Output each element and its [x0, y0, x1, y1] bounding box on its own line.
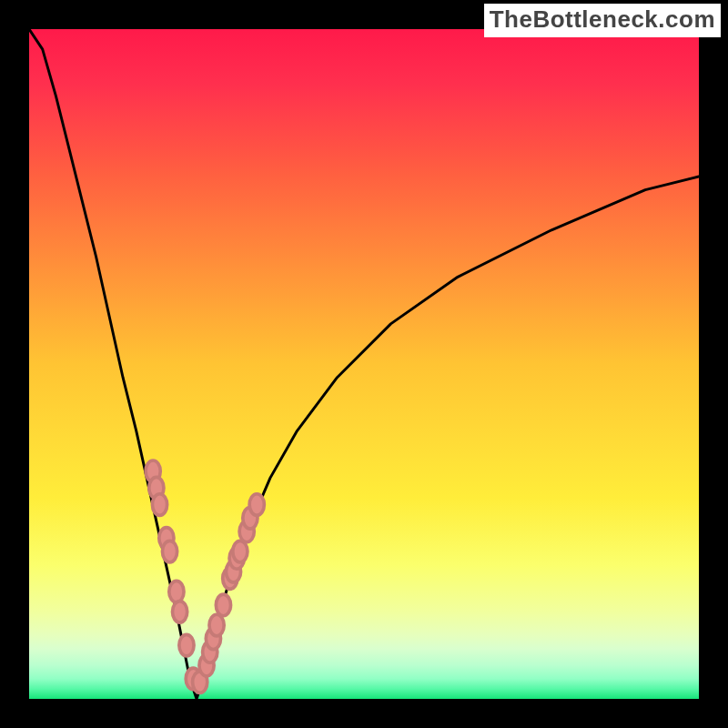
plot-area: [29, 29, 699, 699]
scatter-dot: [209, 614, 224, 636]
scatter-dot: [249, 494, 264, 516]
scatter-dot: [179, 634, 194, 656]
watermark-label: TheBottleneck.com: [484, 4, 721, 37]
scatter-dot: [169, 581, 184, 602]
scatter-dot: [216, 594, 230, 616]
curve-overlay: [29, 29, 699, 699]
scatter-dot: [233, 541, 248, 562]
scatter-points: [146, 460, 264, 693]
scatter-dot: [162, 541, 177, 562]
chart-frame: TheBottleneck.com: [0, 0, 728, 728]
scatter-dot: [152, 494, 167, 516]
scatter-dot: [173, 602, 187, 623]
bottleneck-curve: [29, 29, 699, 699]
